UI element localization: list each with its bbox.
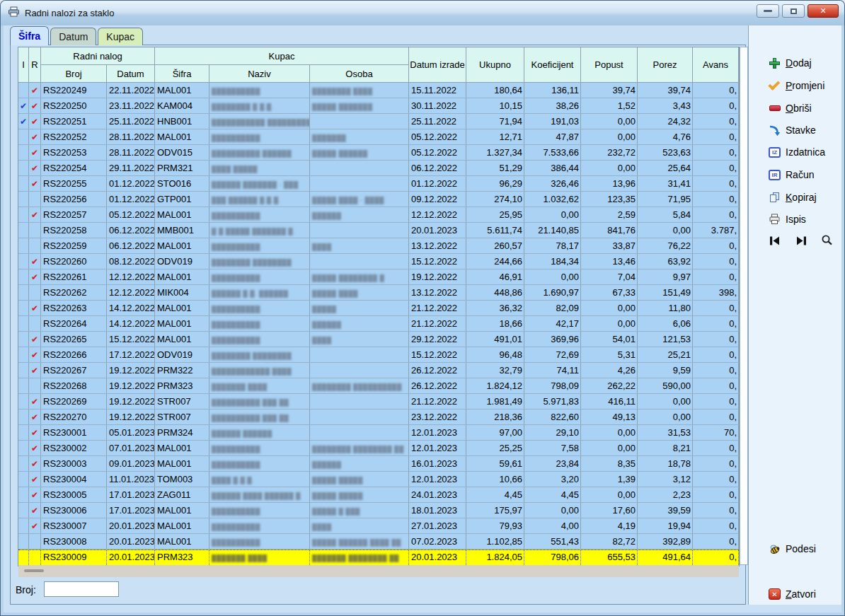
i-check-cell [18, 456, 29, 471]
racun-button[interactable]: IRRačun [769, 167, 814, 182]
cell-osoba-redacted: █████ ███████ [310, 98, 409, 113]
close-button[interactable]: ✕ [807, 4, 839, 18]
cell-datum: 14.12.2022 [107, 316, 155, 331]
cell-datum: 07.01.2023 [107, 441, 155, 455]
table-row[interactable]: RS22025023.11.2022KAM004████████ █ █.█.█… [18, 98, 739, 114]
podesi-button[interactable]: Podesi [769, 541, 816, 557]
zatvori-button[interactable]: Zatvori [769, 586, 816, 602]
table-row[interactable]: RS22025705.12.2022MAL001████████████████… [18, 207, 739, 223]
cell-naziv-redacted: ██████████ [209, 316, 310, 331]
cell-sifra: GTP001 [155, 192, 209, 207]
table-row[interactable]: RS22025601.12.2022GTP001███ ██████ █.█.█… [18, 192, 739, 207]
cell-koeficijent: 136,11 [524, 83, 581, 98]
horizontal-scrollbar-thumb[interactable] [24, 569, 44, 572]
table-row[interactable]: RS22026314.12.2022MAL001███████████████2… [18, 301, 739, 316]
cell-izrade: 12.12.2022 [409, 207, 466, 222]
table-row[interactable]: RS22025906.12.2022MAL001██████████████13… [18, 238, 739, 254]
restore-button[interactable] [782, 4, 805, 18]
skip-last-icon [795, 236, 807, 246]
table-row[interactable]: RS23000820.01.2023MAL001███████████████ … [18, 534, 739, 550]
cell-izrade: 01.12.2022 [409, 176, 466, 191]
tab-kupac[interactable]: Kupac [98, 28, 143, 45]
cell-porez: 2,23 [638, 487, 693, 502]
red-check-icon [31, 441, 38, 455]
table-row[interactable]: RS23000105.01.2023PRM324██████ ██████12.… [18, 425, 739, 441]
table-row[interactable]: RS23000517.01.2023ZAG011██████ ████ ████… [18, 487, 739, 503]
table-row[interactable]: RS23000309.01.2023MAL001████████████████… [18, 456, 739, 472]
stavke-button[interactable]: Stavke [769, 122, 816, 138]
table-row[interactable]: RS22026112.12.2022MAL001███████████████ … [18, 269, 739, 285]
kopiraj-button[interactable]: Kopiraj [769, 190, 817, 205]
i-check-cell [18, 378, 29, 393]
cell-ukupno: 96,48 [466, 347, 524, 362]
table-row[interactable]: RS23000720.01.2023MAL001██████████████27… [18, 518, 739, 534]
i-check-cell [18, 363, 29, 378]
broj-input[interactable] [44, 581, 119, 597]
red-check-icon [31, 363, 38, 378]
table-row[interactable]: RS22025806.12.2022MMB001█ █ █████ ██████… [18, 223, 739, 238]
table-row[interactable]: RS22025501.12.2022STO016██████ ███████ -… [18, 176, 739, 192]
i-check-cell [18, 347, 29, 362]
table-row-selected[interactable]: RS23000920.01.2023PRM323███████ ████████… [18, 550, 739, 566]
cell-izrade: 27.01.2023 [409, 518, 466, 533]
dodaj-button[interactable]: Dodaj [769, 55, 812, 71]
cell-broj: RS220250 [41, 98, 107, 113]
table-row[interactable]: RS22026719.12.2022PRM322████████████ ███… [18, 363, 739, 378]
cell-datum: 11.01.2023 [107, 472, 155, 487]
horizontal-scrollbar[interactable] [18, 565, 739, 577]
nav-first-button[interactable] [767, 234, 781, 247]
obrisi-button[interactable]: Obriši [769, 100, 812, 116]
cell-sifra: HNB001 [155, 114, 209, 129]
table-row[interactable]: RS23000411.01.2023TOM003████ █.█.█.█████… [18, 472, 739, 487]
izdatnica-button[interactable]: IZIzdatnica [769, 144, 825, 160]
r-check-cell [29, 456, 41, 471]
table-row[interactable]: RS22026212.12.2022MIK004██████ █.█. ████… [18, 285, 739, 301]
table-row[interactable]: RS22024922.11.2022MAL001████████████████… [18, 83, 739, 98]
i-check-cell [18, 316, 29, 331]
skip-first-icon [769, 236, 781, 246]
table-row[interactable]: RS22026515.12.2022MAL001██████████████29… [18, 332, 739, 347]
table-row[interactable]: RS23000617.01.2023MAL001███████████████ … [18, 503, 739, 518]
cell-datum: 05.12.2022 [107, 207, 155, 222]
table-row[interactable]: RS22026414.12.2022MAL001████████████████… [18, 316, 739, 332]
table-row[interactable]: RS22025125.11.2022HNB001███████████ ████… [18, 114, 739, 129]
cell-koeficijent: 4,00 [524, 518, 581, 533]
tab-sifra[interactable]: Šifra [10, 26, 49, 45]
cell-porez: 3,12 [638, 472, 693, 487]
minimize-button[interactable] [757, 4, 779, 18]
vertical-scrollbar[interactable] [740, 47, 748, 565]
red-check-icon [31, 332, 38, 347]
tool-icon [769, 543, 781, 555]
cell-osoba-redacted: █████ █████ [310, 472, 409, 487]
window-title: Radni nalozi za staklo [25, 8, 114, 18]
promjeni-button[interactable]: Promjeni [769, 78, 824, 93]
table-row[interactable]: RS22026819.12.2022PRM323███████ ████████… [18, 378, 739, 394]
cell-naziv-redacted: ██████ ████ ██████ █ [209, 487, 310, 502]
table-row[interactable]: RS22027019.12.2022STR007██████████ ███ █… [18, 409, 739, 425]
cell-popust: 0,00 [581, 161, 638, 175]
cell-sifra: PRM323 [155, 378, 209, 393]
table-row[interactable]: RS22025328.11.2022ODV015██████████ █████… [18, 145, 739, 161]
table-row[interactable]: RS22025429.11.2022PRM321████ █████06.12.… [18, 161, 739, 176]
cell-avans: 0, [693, 129, 739, 144]
table-row[interactable]: RS22026919.12.2022STR007██████████ ███ █… [18, 394, 739, 409]
tab-datum[interactable]: Datum [50, 28, 96, 45]
obrisi-label: Obriši [786, 103, 812, 114]
table-row[interactable]: RS22025228.11.2022MAL001████████████████… [18, 129, 739, 145]
i-check-cell [18, 129, 29, 144]
cell-izrade: 05.12.2022 [409, 145, 466, 160]
group-title-radni-nalog: Radni nalog [41, 47, 155, 65]
cell-broj: RS220251 [41, 114, 107, 129]
cell-koeficijent: 78,17 [524, 238, 581, 253]
cell-sifra: MAL001 [155, 238, 209, 253]
nav-last-button[interactable] [794, 234, 808, 247]
table-row[interactable]: RS22026008.12.2022ODV019████████ ███████… [18, 254, 739, 269]
table-row[interactable]: RS23000207.01.2023MAL001████████████████… [18, 441, 739, 456]
cell-broj: RS220258 [41, 223, 107, 238]
cell-osoba-redacted [310, 347, 409, 362]
table-row[interactable]: RS22026617.12.2022ODV019████████ ███████… [18, 347, 739, 363]
search-button[interactable] [820, 233, 834, 246]
cell-naziv-redacted: ███ ██████ █.█.█. [209, 192, 310, 207]
cell-ukupno: 96,29 [466, 176, 524, 191]
ispis-button[interactable]: Ispis [769, 211, 806, 227]
